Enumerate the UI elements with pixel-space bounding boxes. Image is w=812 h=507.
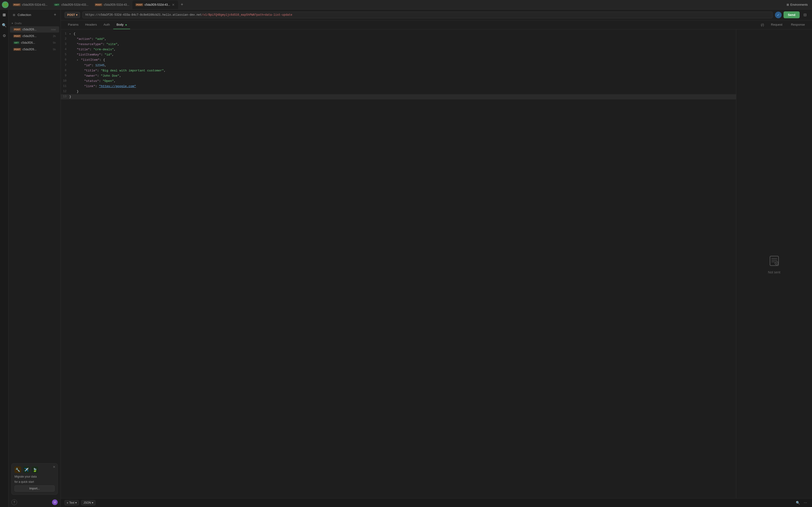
expand-1[interactable]: ▾	[69, 32, 71, 36]
collection-label: Collection	[17, 13, 51, 17]
tab-4-label: c5da3f26-532d-43...	[145, 3, 170, 6]
layout-button[interactable]: ⊟	[802, 12, 808, 18]
method-chevron: ▾	[76, 13, 77, 17]
line-content-9: "owner": "John Doe",	[69, 73, 736, 78]
req-1-name: c5da3f26...	[22, 35, 52, 38]
migrate-icon-1: 🔧	[14, 466, 21, 473]
migrate-icon-3: 🍃	[32, 466, 38, 473]
not-sent-text: Not sent	[768, 270, 780, 274]
tab-response-label: Response	[791, 23, 805, 26]
code-editor[interactable]: 1 ▾ { 2 "action": "add", 3 "res	[61, 30, 736, 498]
req-2-method: GET	[13, 41, 20, 44]
text-format-icon: ≡	[67, 501, 68, 504]
line-num-7: 7	[61, 63, 69, 68]
tab-1[interactable]: POST c5da3f26-532d-43...	[10, 0, 50, 9]
method-selector[interactable]: POST ▾	[65, 12, 80, 18]
text-format-selector[interactable]: ≡ Text ▾	[65, 500, 79, 505]
url-bar-actions: ✓ Send ⊟	[775, 11, 808, 18]
add-collection-button[interactable]: +	[53, 12, 57, 18]
add-tab-button[interactable]: +	[178, 1, 185, 8]
nav-home-icon[interactable]: ⊞	[1, 11, 8, 18]
migrate-icon-2: ✈️	[23, 466, 30, 473]
send-button[interactable]: Send	[783, 11, 800, 18]
tab-bar-right: ⊞ Environments	[784, 2, 810, 7]
code-line-7: 7 "id": 12345,	[61, 63, 736, 68]
tab-3[interactable]: POST c5da3f26-532d-43...	[92, 0, 132, 9]
code-line-11: 11 "link": "https://google.com"	[61, 84, 736, 89]
request-item-1[interactable]: POST c5da3f26... 2h	[10, 33, 59, 39]
code-line-1: 1 ▾ {	[61, 31, 736, 37]
code-view-button[interactable]: ⟨/⟩	[759, 21, 766, 28]
request-item-0[interactable]: POST c5da3f26... now	[10, 26, 59, 33]
line-num-10: 10	[61, 78, 69, 83]
req-0-time: now	[51, 28, 56, 31]
not-sent-icon	[767, 254, 781, 268]
code-line-13: 13 }	[61, 94, 736, 100]
tab-params-label: Params	[68, 23, 78, 26]
req-1-method: POST	[13, 35, 21, 38]
line-num-1: 1	[61, 31, 69, 36]
migrate-subtext: for a quick start	[14, 480, 55, 484]
line-content-12: }	[69, 89, 736, 94]
json-format-label: JSON	[83, 501, 91, 504]
text-format-chevron: ▾	[75, 501, 77, 504]
req-3-method: POST	[13, 48, 21, 51]
req-tab-right: ⟨/⟩ Request Response	[759, 20, 808, 29]
more-bottom-icon[interactable]: ⋯	[803, 500, 808, 506]
line-content-5: "listItemKey": "id",	[69, 52, 736, 57]
expand-6[interactable]: ▾	[77, 58, 78, 62]
line-num-9: 9	[61, 73, 69, 78]
response-area: Not sent	[736, 30, 812, 498]
tab-3-label: c5da3f26-532d-43...	[104, 3, 129, 6]
req-3-time: 5h	[53, 48, 56, 51]
tab-4[interactable]: POST c5da3f26-532d-43... ✕	[132, 0, 178, 9]
url-path: /x1/BpLFQ48gmyljc6dS16_map5hPWA?path=dat…	[202, 13, 292, 17]
json-format-selector[interactable]: JSON ▾	[81, 500, 96, 505]
json-format-chevron: ▾	[92, 501, 93, 504]
url-display[interactable]: https://c5da3f26-532d-433a-84c7-0c8e6166…	[83, 12, 773, 18]
tab-auth[interactable]: Auth	[100, 20, 113, 29]
tab-body[interactable]: Body	[113, 20, 130, 29]
line-num-6: 6	[61, 57, 69, 62]
bottom-bar: ≡ Text ▾ JSON ▾ 🔍 ⋯	[61, 498, 812, 507]
line-content-7: "id": 12345,	[69, 63, 736, 68]
nav-settings-icon[interactable]: ⚙	[1, 32, 8, 39]
check-icon: ✓	[775, 12, 781, 18]
line-content-6: ▾ "listItem": {	[69, 57, 736, 63]
req-3-name: c5da3f26...	[22, 48, 52, 51]
tab-request-label: Request	[771, 23, 782, 26]
search-bottom-icon[interactable]: 🔍	[795, 500, 801, 506]
line-content-3: "resourceType": "site",	[69, 42, 736, 47]
user-avatar[interactable]: U	[52, 499, 58, 505]
tab-params[interactable]: Params	[65, 20, 82, 29]
request-item-3[interactable]: POST c5da3f26... 5h	[10, 46, 59, 52]
code-line-9: 9 "owner": "John Doe",	[61, 73, 736, 78]
line-num-3: 3	[61, 42, 69, 47]
tab-4-close[interactable]: ✕	[171, 3, 175, 7]
main-layout: ⊞ 🔍 ⚙ ⊞ Collection + ▸ Drafts POST c5da3…	[0, 9, 812, 507]
tab-headers[interactable]: Headers	[82, 20, 100, 29]
import-button[interactable]: Import...	[14, 486, 55, 492]
line-content-11: "link": "https://google.com"	[69, 84, 736, 89]
tab-request[interactable]: Request	[768, 20, 786, 29]
line-content-2: "action": "add",	[69, 37, 736, 42]
migrate-close-button[interactable]: ✕	[53, 465, 56, 469]
help-button[interactable]: ?	[11, 499, 17, 505]
code-line-10: 10 "status": "Open",	[61, 78, 736, 84]
code-line-4: 4 "title": "crm-deals",	[61, 47, 736, 52]
content-area: 1 ▾ { 2 "action": "add", 3 "res	[61, 30, 812, 498]
tab-response[interactable]: Response	[788, 20, 808, 29]
tab-2[interactable]: GET c5da3f26-532d-433...	[51, 0, 92, 9]
nav-search-icon[interactable]: 🔍	[1, 22, 8, 29]
line-num-2: 2	[61, 37, 69, 41]
line-num-12: 12	[61, 89, 69, 94]
sidebar: ⊞ Collection + ▸ Drafts POST c5da3f26...…	[8, 9, 61, 507]
environments-button[interactable]: ⊞ Environments	[784, 2, 810, 7]
tab-bar: 🌿 POST c5da3f26-532d-43... GET c5da3f26-…	[0, 0, 812, 9]
environments-icon: ⊞	[787, 3, 789, 6]
main-content: POST ▾ https://c5da3f26-532d-433a-84c7-0…	[61, 9, 812, 507]
sidebar-bottom: ✕ 🔧 ✈️ 🍃 Migrate your data for a quick s…	[8, 460, 61, 498]
request-item-2[interactable]: GET c5da3f26... 5h	[10, 40, 59, 46]
drafts-label: Drafts	[15, 22, 21, 25]
line-num-4: 4	[61, 47, 69, 52]
